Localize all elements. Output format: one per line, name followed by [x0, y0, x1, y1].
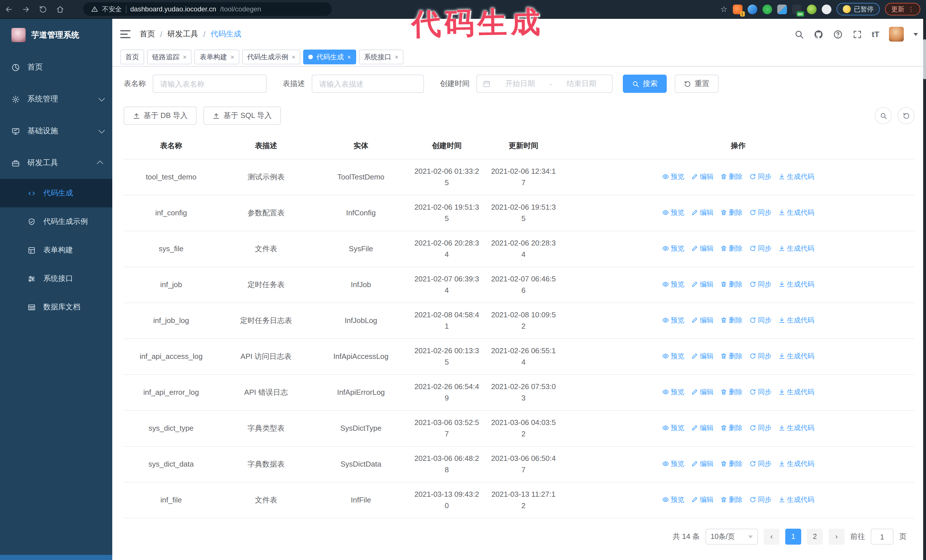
delete-link[interactable]: 删除	[720, 171, 743, 182]
extension-icon-orange[interactable]: 1	[732, 4, 742, 14]
edit-link[interactable]: 编辑	[691, 350, 713, 362]
extension-icon-grid[interactable]	[777, 4, 787, 14]
delete-link[interactable]: 删除	[720, 386, 743, 398]
browser-menu-dots-icon[interactable]: ⋮	[908, 5, 914, 13]
browser-home-button[interactable]	[51, 2, 68, 16]
app-logo-row[interactable]: 芋道管理系统	[0, 19, 112, 51]
generate-code-link[interactable]: 生成代码	[778, 386, 814, 398]
help-icon[interactable]	[833, 29, 843, 39]
delete-link[interactable]: 删除	[720, 494, 743, 505]
generate-code-link[interactable]: 生成代码	[778, 314, 814, 326]
edit-link[interactable]: 编辑	[691, 314, 713, 326]
edit-link[interactable]: 编辑	[691, 458, 713, 469]
extension-icon-dark[interactable]: on	[792, 4, 802, 14]
extensions-puzzle-icon[interactable]	[822, 4, 831, 14]
breadcrumb-dev-tools[interactable]: 研发工具	[168, 29, 198, 39]
browser-back-button[interactable]	[0, 2, 17, 16]
next-page-button[interactable]: ›	[829, 529, 844, 545]
sync-link[interactable]: 同步	[749, 279, 772, 290]
generate-code-link[interactable]: 生成代码	[778, 350, 814, 362]
preview-link[interactable]: 预览	[662, 243, 684, 254]
preview-link[interactable]: 预览	[662, 207, 684, 218]
edit-link[interactable]: 编辑	[691, 279, 713, 290]
search-icon[interactable]	[794, 29, 804, 39]
preview-link[interactable]: 预览	[662, 458, 684, 469]
prev-page-button[interactable]: ‹	[764, 529, 779, 545]
sync-link[interactable]: 同步	[749, 171, 772, 182]
github-icon[interactable]	[814, 29, 823, 39]
user-avatar[interactable]	[889, 27, 904, 42]
sync-link[interactable]: 同步	[749, 494, 772, 505]
caret-down-icon[interactable]	[914, 33, 918, 36]
generate-code-link[interactable]: 生成代码	[778, 171, 814, 182]
bookmark-star-icon[interactable]: ☆	[720, 5, 728, 14]
address-bar[interactable]: 不安全 dashboard.yudao.iocoder.cn/tool/code…	[83, 2, 331, 16]
reset-button[interactable]: 重置	[675, 75, 719, 93]
close-icon[interactable]: ×	[183, 54, 187, 60]
edit-link[interactable]: 编辑	[691, 243, 713, 254]
preview-link[interactable]: 预览	[662, 386, 684, 398]
delete-link[interactable]: 删除	[720, 458, 743, 469]
extension-icon-green-key[interactable]	[806, 4, 816, 14]
tab-home[interactable]: 首页	[120, 50, 144, 64]
delete-link[interactable]: 删除	[720, 314, 743, 326]
breadcrumb-home[interactable]: 首页	[139, 29, 155, 39]
sync-link[interactable]: 同步	[749, 207, 772, 218]
sync-link[interactable]: 同步	[749, 350, 772, 362]
sidebar-collapse-bar[interactable]	[0, 555, 112, 560]
hamburger-icon[interactable]	[120, 30, 130, 38]
import-sql-button[interactable]: 基于 SQL 导入	[204, 107, 281, 125]
delete-link[interactable]: 删除	[720, 207, 743, 218]
generate-code-link[interactable]: 生成代码	[778, 279, 814, 290]
generate-code-link[interactable]: 生成代码	[778, 422, 814, 433]
close-icon[interactable]: ×	[230, 54, 234, 60]
sync-link[interactable]: 同步	[749, 386, 772, 398]
sync-link[interactable]: 同步	[749, 422, 772, 433]
delete-link[interactable]: 删除	[720, 243, 743, 254]
table-desc-input[interactable]	[312, 75, 424, 93]
generate-code-link[interactable]: 生成代码	[778, 207, 814, 218]
table-name-input[interactable]	[153, 75, 267, 93]
search-button[interactable]: 搜索	[623, 75, 667, 93]
sidebar-item-database-docs[interactable]: 数据库文档	[0, 293, 112, 321]
tab-code-generation-example[interactable]: 代码生成示例×	[242, 50, 301, 64]
sidebar-item-system-management[interactable]: 系统管理	[0, 83, 112, 115]
preview-link[interactable]: 预览	[662, 279, 684, 290]
sidebar-item-form-builder[interactable]: 表单构建	[0, 236, 112, 264]
generate-code-link[interactable]: 生成代码	[778, 243, 814, 254]
goto-page-input[interactable]	[871, 529, 894, 545]
sidebar-item-dev-tools[interactable]: 研发工具	[0, 147, 112, 179]
fullscreen-icon[interactable]	[852, 29, 862, 39]
generate-code-link[interactable]: 生成代码	[778, 494, 814, 505]
preview-link[interactable]: 预览	[662, 422, 684, 433]
close-icon[interactable]: ×	[395, 54, 399, 60]
browser-forward-button[interactable]	[17, 2, 34, 16]
font-size-icon[interactable]: tT	[872, 30, 879, 39]
scrollbar-track[interactable]	[923, 19, 926, 560]
sidebar-item-home[interactable]: 首页	[0, 51, 112, 83]
sync-link[interactable]: 同步	[749, 243, 772, 254]
page-button-2[interactable]: 2	[807, 529, 823, 545]
close-icon[interactable]: ×	[347, 54, 351, 60]
create-time-range-picker[interactable]: 开始日期 - 结束日期	[477, 75, 613, 93]
tab-system-api[interactable]: 系统接口×	[359, 50, 404, 64]
delete-link[interactable]: 删除	[720, 350, 743, 362]
close-icon[interactable]: ×	[292, 54, 295, 60]
preview-link[interactable]: 预览	[662, 494, 684, 505]
edit-link[interactable]: 编辑	[691, 171, 713, 182]
preview-link[interactable]: 预览	[662, 314, 684, 326]
page-button-1[interactable]: 1	[785, 529, 801, 545]
preview-link[interactable]: 预览	[662, 171, 684, 182]
tab-tracing[interactable]: 链路追踪×	[147, 50, 192, 64]
edit-link[interactable]: 编辑	[691, 386, 713, 398]
scrollbar-thumb[interactable]	[923, 39, 926, 79]
profile-paused-badge[interactable]: 已暂停	[836, 3, 880, 15]
sidebar-item-infrastructure[interactable]: 基础设施	[0, 115, 112, 147]
refresh-table-button[interactable]	[897, 107, 915, 124]
browser-update-button[interactable]: 更新 ⋮	[885, 3, 920, 15]
sync-link[interactable]: 同步	[749, 314, 772, 326]
generate-code-link[interactable]: 生成代码	[778, 458, 814, 469]
preview-link[interactable]: 预览	[662, 350, 684, 362]
edit-link[interactable]: 编辑	[691, 422, 713, 433]
tab-form-builder[interactable]: 表单构建×	[195, 50, 239, 64]
